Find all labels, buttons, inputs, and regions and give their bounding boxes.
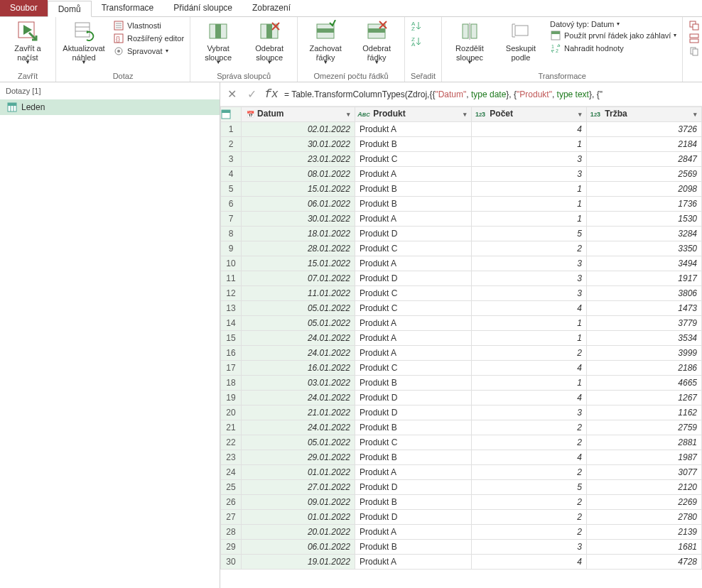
manage-button[interactable]: Spravovat ▾ <box>113 45 184 57</box>
row-number[interactable]: 23 <box>221 450 242 465</box>
cell-datum[interactable]: 11.01.2022 <box>242 286 355 301</box>
cell-datum[interactable]: 19.01.2022 <box>242 555 355 570</box>
cell-pocet[interactable]: 1 <box>472 197 587 212</box>
cell-pocet[interactable]: 4 <box>472 450 587 465</box>
tab-file[interactable]: Soubor <box>0 0 48 16</box>
row-number[interactable]: 30 <box>221 555 242 570</box>
cell-datum[interactable]: 30.01.2022 <box>242 212 355 227</box>
cell-datum[interactable]: 05.01.2022 <box>242 435 355 450</box>
cell-trzba[interactable]: 3779 <box>586 316 701 331</box>
table-row[interactable]: 323.01.2022Produkt C32847 <box>221 152 702 167</box>
table-row[interactable]: 1405.01.2022Produkt A13779 <box>221 316 702 331</box>
cell-trzba[interactable]: 2759 <box>586 420 701 435</box>
row-number[interactable]: 7 <box>221 212 242 227</box>
cell-produkt[interactable]: Produkt B <box>355 420 471 435</box>
row-number[interactable]: 29 <box>221 540 242 555</box>
cell-produkt[interactable]: Produkt A <box>355 346 471 361</box>
filter-dropdown-icon[interactable]: ▾ <box>692 111 698 118</box>
cell-datum[interactable]: 28.01.2022 <box>242 241 355 256</box>
table-row[interactable]: 1107.01.2022Produkt D31917 <box>221 271 702 286</box>
row-number[interactable]: 18 <box>221 376 242 391</box>
row-number[interactable]: 13 <box>221 301 242 316</box>
cell-produkt[interactable]: Produkt A <box>355 465 471 480</box>
cell-trzba[interactable]: 1530 <box>586 212 701 227</box>
cell-datum[interactable]: 15.01.2022 <box>242 182 355 197</box>
cell-produkt[interactable]: Produkt A <box>355 122 471 137</box>
row-number[interactable]: 26 <box>221 495 242 510</box>
table-row[interactable]: 606.01.2022Produkt B11736 <box>221 197 702 212</box>
column-header-produkt[interactable]: ABC Produkt ▾ <box>355 107 471 122</box>
cell-trzba[interactable]: 3494 <box>586 256 701 271</box>
column-header-datum[interactable]: 📅Datum ▾ <box>242 107 355 122</box>
cell-datum[interactable]: 21.01.2022 <box>242 405 355 420</box>
table-row[interactable]: 818.01.2022Produkt D53284 <box>221 227 702 241</box>
table-row[interactable]: 1524.01.2022Produkt A13534 <box>221 331 702 346</box>
refresh-preview-button[interactable]: Aktualizovat náhled ▼ <box>62 20 106 62</box>
row-number[interactable]: 25 <box>221 480 242 495</box>
table-row[interactable]: 2820.01.2022Produkt A22139 <box>221 525 702 540</box>
table-row[interactable]: 230.01.2022Produkt B12184 <box>221 137 702 152</box>
cell-trzba[interactable]: 1987 <box>586 450 701 465</box>
tab-view[interactable]: Zobrazení <box>242 0 301 16</box>
row-number[interactable]: 4 <box>221 167 242 182</box>
cell-datum[interactable]: 27.01.2022 <box>242 480 355 495</box>
cell-pocet[interactable]: 2 <box>472 435 587 450</box>
cell-datum[interactable]: 18.01.2022 <box>242 227 355 241</box>
cell-datum[interactable]: 07.01.2022 <box>242 271 355 286</box>
table-row[interactable]: 2205.01.2022Produkt C22881 <box>221 435 702 450</box>
table-row[interactable]: 1211.01.2022Produkt C33806 <box>221 286 702 301</box>
cell-datum[interactable]: 24.01.2022 <box>242 391 355 405</box>
cell-trzba[interactable]: 2120 <box>586 480 701 495</box>
data-type-button[interactable]: Datový typ: Datum ▾ <box>550 20 676 28</box>
table-row[interactable]: 2609.01.2022Produkt B22269 <box>221 495 702 510</box>
tab-home[interactable]: Domů <box>48 1 92 17</box>
cell-produkt[interactable]: Produkt D <box>355 480 471 495</box>
cell-trzba[interactable]: 2139 <box>586 525 701 540</box>
cell-produkt[interactable]: Produkt A <box>355 167 471 182</box>
fx-button[interactable]: fx <box>264 88 279 101</box>
cell-trzba[interactable]: 2847 <box>586 152 701 167</box>
cell-pocet[interactable]: 2 <box>472 510 587 525</box>
cancel-formula-button[interactable]: ✕ <box>225 87 239 101</box>
cell-trzba[interactable]: 3806 <box>586 286 701 301</box>
column-header-trzba[interactable]: 123 Tržba ▾ <box>586 107 701 122</box>
cell-pocet[interactable]: 1 <box>472 376 587 391</box>
cell-produkt[interactable]: Produkt C <box>355 301 471 316</box>
cell-datum[interactable]: 24.01.2022 <box>242 346 355 361</box>
cell-datum[interactable]: 20.01.2022 <box>242 525 355 540</box>
cell-pocet[interactable]: 2 <box>472 346 587 361</box>
row-number[interactable]: 16 <box>221 346 242 361</box>
combine-files-button[interactable]: Kombinovat soubory <box>688 45 702 57</box>
table-row[interactable]: 2701.01.2022Produkt D22780 <box>221 510 702 525</box>
cell-datum[interactable]: 01.01.2022 <box>242 465 355 480</box>
tab-transform[interactable]: Transformace <box>92 0 164 16</box>
cell-trzba[interactable]: 2098 <box>586 182 701 197</box>
group-by-button[interactable]: Seskupit podle <box>499 20 543 62</box>
filter-dropdown-icon[interactable]: ▾ <box>462 111 468 118</box>
filter-dropdown-icon[interactable]: ▾ <box>577 111 583 118</box>
table-row[interactable]: 730.01.2022Produkt A11530 <box>221 212 702 227</box>
table-row[interactable]: 1624.01.2022Produkt A23999 <box>221 346 702 361</box>
cell-pocet[interactable]: 1 <box>472 182 587 197</box>
data-grid[interactable]: 📅Datum ▾ ABC Produkt ▾ <box>220 107 702 588</box>
table-corner[interactable] <box>221 107 242 122</box>
row-number[interactable]: 19 <box>221 391 242 405</box>
cell-pocet[interactable]: 3 <box>472 152 587 167</box>
cell-datum[interactable]: 24.01.2022 <box>242 420 355 435</box>
column-header-pocet[interactable]: 123 Počet ▾ <box>472 107 587 122</box>
table-row[interactable]: 2329.01.2022Produkt B41987 <box>221 450 702 465</box>
cell-trzba[interactable]: 1267 <box>586 391 701 405</box>
cell-trzba[interactable]: 4728 <box>586 555 701 570</box>
row-number[interactable]: 28 <box>221 525 242 540</box>
row-number[interactable]: 8 <box>221 227 242 241</box>
cell-produkt[interactable]: Produkt D <box>355 391 471 405</box>
cell-produkt[interactable]: Produkt C <box>355 435 471 450</box>
cell-pocet[interactable]: 3 <box>472 271 587 286</box>
cell-pocet[interactable]: 3 <box>472 540 587 555</box>
table-row[interactable]: 3019.01.2022Produkt A44728 <box>221 555 702 570</box>
cell-produkt[interactable]: Produkt B <box>355 376 471 391</box>
cell-trzba[interactable]: 3350 <box>586 241 701 256</box>
cell-produkt[interactable]: Produkt D <box>355 227 471 241</box>
cell-pocet[interactable]: 4 <box>472 361 587 376</box>
cell-pocet[interactable]: 1 <box>472 137 587 152</box>
